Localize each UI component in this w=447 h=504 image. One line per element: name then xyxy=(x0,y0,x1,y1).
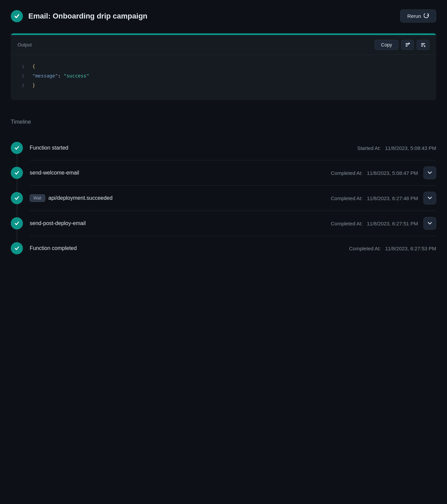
timeline-time-2: Completed At: 11/8/2023, 5:08:47 PM xyxy=(331,170,418,176)
code-line-1: 1 { xyxy=(19,62,428,71)
timeline-time-5: Completed At: 11/8/2023, 6:27:53 PM xyxy=(349,246,436,251)
code-line-3: 3 } xyxy=(19,81,428,90)
rerun-button[interactable]: Rerun xyxy=(400,9,436,23)
sort-desc-button[interactable] xyxy=(417,40,429,50)
time-label-2: Completed At: xyxy=(331,170,365,176)
timeline-item-wrapper-4: send-post-deploy-email Completed At: 11/… xyxy=(11,211,436,236)
timeline-dot-4 xyxy=(11,217,23,229)
line-number-3: 3 xyxy=(19,81,24,90)
timeline-content-4: send-post-deploy-email Completed At: 11/… xyxy=(30,217,436,230)
timeline-right-1: Started At: 11/8/2023, 5:08:43 PM xyxy=(357,145,436,151)
timeline-name-4: send-post-deploy-email xyxy=(30,220,86,226)
sort-asc-button[interactable] xyxy=(401,40,414,50)
timeline-item-api-deployment: Wait api/deployment.succeeded Completed … xyxy=(11,186,436,211)
json-value: "success" xyxy=(64,73,89,78)
timeline-right-4: Completed At: 11/8/2023, 6:27:51 PM xyxy=(331,217,436,230)
timeline-item-wrapper-5: Function completed Completed At: 11/8/20… xyxy=(11,236,436,260)
time-label-5: Completed At: xyxy=(349,246,384,251)
timeline-items: Function started Started At: 11/8/2023, … xyxy=(11,136,436,260)
header: Email: Onboarding drip campaign Rerun xyxy=(11,9,436,23)
timeline-item-send-welcome-email: send-welcome-email Completed At: 11/8/20… xyxy=(11,160,436,185)
chevron-down-icon-3 xyxy=(427,196,432,200)
timeline-dot-2 xyxy=(11,167,23,179)
timeline-dot-1 xyxy=(11,142,23,154)
timeline-item-send-post-deploy-email: send-post-deploy-email Completed At: 11/… xyxy=(11,211,436,236)
sort-asc-icon xyxy=(405,42,410,48)
code-block: 1 { 2 "message": "success" 3 } xyxy=(11,55,436,100)
timeline-item-wrapper-1: Function started Started At: 11/8/2023, … xyxy=(11,136,436,160)
header-left: Email: Onboarding drip campaign xyxy=(11,10,147,22)
timeline-content-2: send-welcome-email Completed At: 11/8/20… xyxy=(30,166,436,179)
output-header: Output Copy xyxy=(11,35,436,55)
chevron-down-icon-2 xyxy=(427,170,432,175)
timeline-title: Timeline xyxy=(11,119,436,125)
timeline-left-2: send-welcome-email xyxy=(30,170,79,176)
timeline-left-1: Function started xyxy=(30,145,68,151)
timeline-content-1: Function started Started At: 11/8/2023, … xyxy=(30,145,436,151)
timeline-dot-5 xyxy=(11,242,23,254)
timeline-right-5: Completed At: 11/8/2023, 6:27:53 PM xyxy=(349,246,436,251)
timeline-name-3: api/deployment.succeeded xyxy=(49,195,113,201)
time-value-5: 11/8/2023, 6:27:53 PM xyxy=(385,246,436,251)
timeline-name-1: Function started xyxy=(30,145,68,151)
chevron-down-icon-4 xyxy=(427,221,432,226)
sort-desc-icon xyxy=(420,42,426,48)
rerun-label: Rerun xyxy=(407,13,421,19)
timeline-content-3: Wait api/deployment.succeeded Completed … xyxy=(30,192,436,204)
time-label-4: Completed At: xyxy=(331,221,365,226)
page-container: Email: Onboarding drip campaign Rerun Ou… xyxy=(0,0,447,270)
timeline-item-wrapper-3: Wait api/deployment.succeeded Completed … xyxy=(11,186,436,211)
output-actions: Copy xyxy=(375,40,429,50)
line-number-1: 1 xyxy=(19,62,24,71)
rerun-icon xyxy=(424,13,429,19)
output-label: Output xyxy=(18,42,32,48)
time-value-2: 11/8/2023, 5:08:47 PM xyxy=(367,170,418,176)
time-value-3: 11/8/2023, 6:27:48 PM xyxy=(367,195,418,201)
code-brace-close: } xyxy=(32,81,35,90)
timeline-time-4: Completed At: 11/8/2023, 6:27:51 PM xyxy=(331,221,418,226)
timeline-right-2: Completed At: 11/8/2023, 5:08:47 PM xyxy=(331,166,436,179)
timeline-item-wrapper-2: send-welcome-email Completed At: 11/8/20… xyxy=(11,160,436,186)
time-label-1: Started At: xyxy=(357,145,384,151)
timeline-left-3: Wait api/deployment.succeeded xyxy=(30,194,113,202)
timeline-left-5: Function completed xyxy=(30,245,77,251)
timeline-item-function-started: Function started Started At: 11/8/2023, … xyxy=(11,136,436,160)
time-value-4: 11/8/2023, 6:27:51 PM xyxy=(367,221,418,226)
code-brace-open: { xyxy=(32,62,35,71)
timeline-left-4: send-post-deploy-email xyxy=(30,220,86,226)
expand-button-3[interactable] xyxy=(423,192,436,204)
wait-badge: Wait xyxy=(30,194,45,202)
timeline-right-3: Completed At: 11/8/2023, 6:27:48 PM xyxy=(331,192,436,204)
code-keyvalue: "message": "success" xyxy=(32,71,89,81)
code-line-2: 2 "message": "success" xyxy=(19,71,428,81)
time-label-3: Completed At: xyxy=(331,195,365,201)
expand-button-4[interactable] xyxy=(423,217,436,230)
timeline-section: Timeline Function started xyxy=(11,116,436,260)
timeline-name-2: send-welcome-email xyxy=(30,170,79,176)
timeline-item-function-completed: Function completed Completed At: 11/8/20… xyxy=(11,236,436,260)
json-colon: : xyxy=(58,73,64,78)
expand-button-2[interactable] xyxy=(423,166,436,179)
timeline-name-5: Function completed xyxy=(30,245,77,251)
timeline-time-3: Completed At: 11/8/2023, 6:27:48 PM xyxy=(331,195,418,201)
timeline-time-1: Started At: 11/8/2023, 5:08:43 PM xyxy=(357,145,436,151)
timeline-content-5: Function completed Completed At: 11/8/20… xyxy=(30,245,436,251)
status-check-icon xyxy=(11,10,23,22)
copy-button[interactable]: Copy xyxy=(375,40,398,50)
time-value-1: 11/8/2023, 5:08:43 PM xyxy=(385,145,436,151)
timeline-dot-3 xyxy=(11,192,23,204)
json-key: "message" xyxy=(32,73,58,78)
output-section: Output Copy xyxy=(11,33,436,100)
page-title: Email: Onboarding drip campaign xyxy=(28,12,147,21)
line-number-2: 2 xyxy=(19,72,24,81)
